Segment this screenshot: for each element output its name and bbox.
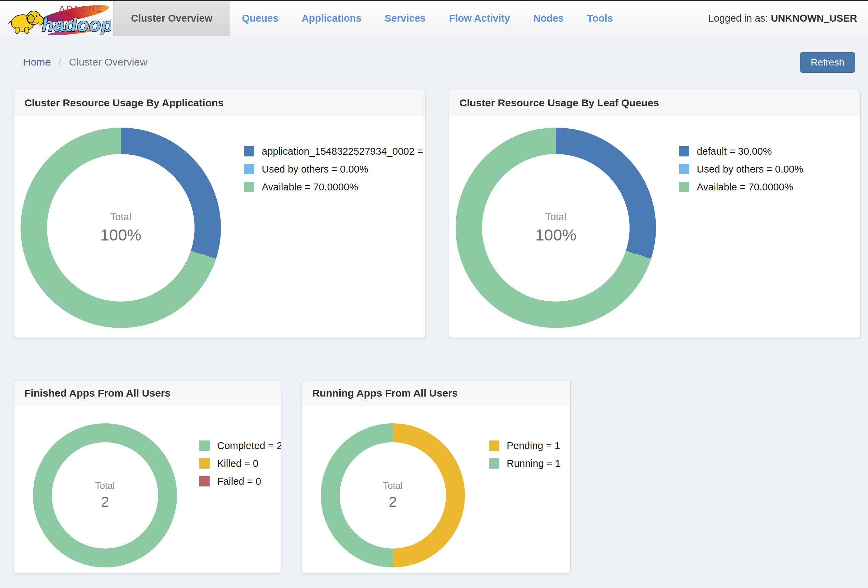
legend-item: Available = 70.0000% [244, 182, 425, 192]
legend-item: Running = 1 [489, 458, 561, 468]
legend-label: Used by others = 0.00% [262, 164, 368, 175]
donut-center-label: Total [95, 481, 115, 491]
panel-title: Cluster Resource Usage By Applications [24, 97, 224, 109]
legend-item: application_1548322527934_0002 = 30.00% [244, 146, 425, 157]
chart-legend: application_1548322527934_0002 = 30.00% … [244, 146, 425, 199]
panel-title: Cluster Resource Usage By Leaf Queues [459, 97, 659, 109]
login-prefix: Logged in as: [708, 13, 771, 24]
breadcrumb-row: Home / Cluster Overview Refresh [0, 52, 868, 74]
legend-item: Available = 70.0000% [679, 182, 803, 192]
hadoop-logo-image: APACHE hadoop [5, 2, 111, 35]
logo-hadoop-text: hadoop [42, 14, 111, 35]
legend-label: Available = 70.0000% [262, 182, 358, 193]
breadcrumb-home-link[interactable]: Home [23, 56, 51, 68]
donut-center: Total 2 [340, 442, 446, 548]
panel-header: Cluster Resource Usage By Applications [14, 90, 425, 116]
donut-center-label: Total [383, 481, 402, 491]
legend-item: Failed = 0 [199, 476, 280, 486]
panel-finished-apps: Finished Apps From All Users Total 2 Com… [14, 380, 281, 573]
legend-swatch [244, 164, 254, 174]
panel-body: Total 100% application_1548322527934_000… [14, 116, 425, 338]
chart-legend: default = 30.00% Used by others = 0.00% … [679, 146, 803, 199]
legend-label: Pending = 1 [507, 440, 560, 452]
hadoop-logo[interactable]: APACHE hadoop [0, 1, 113, 36]
legend-swatch [679, 164, 689, 174]
legend-swatch [244, 146, 254, 157]
breadcrumb-current: Cluster Overview [69, 56, 147, 68]
tab-services[interactable]: Services [373, 1, 437, 36]
legend-swatch [199, 476, 210, 486]
legend-item: Used by others = 0.00% [244, 164, 425, 174]
legend-label: application_1548322527934_0002 = 30.00% [262, 146, 425, 157]
tab-tools[interactable]: Tools [575, 1, 624, 36]
donut-center: Total 100% [482, 154, 630, 301]
tab-flow-activity[interactable]: Flow Activity [437, 1, 522, 36]
logged-in-as: Logged in as: UNKNOWN_USER [708, 1, 868, 36]
logo-apache-text: APACHE [59, 4, 103, 14]
legend-label: Available = 70.0000% [697, 182, 793, 193]
panel-header: Finished Apps From All Users [14, 380, 280, 406]
panel-body: Total 2 Completed = 2 Killed = 0 Failed … [14, 406, 280, 573]
donut-center-value: 2 [101, 493, 109, 510]
legend-swatch [244, 182, 254, 192]
legend-swatch [679, 182, 689, 192]
legend-item: Used by others = 0.00% [679, 164, 803, 174]
legend-item: Killed = 0 [199, 458, 280, 468]
legend-swatch [199, 440, 210, 451]
legend-item: Pending = 1 [489, 440, 561, 451]
legend-item: Completed = 2 [199, 440, 280, 451]
panel-cluster-usage-applications: Cluster Resource Usage By Applications T… [14, 90, 425, 338]
legend-label: Completed = 2 [217, 440, 280, 452]
panel-header: Running Apps From All Users [302, 380, 570, 406]
top-navbar: APACHE hadoop Cluster Overview Queues Ap… [0, 0, 868, 36]
panel-cluster-usage-leaf-queues: Cluster Resource Usage By Leaf Queues To… [449, 90, 861, 338]
donut-center-label: Total [110, 211, 131, 223]
panel-body: Total 100% default = 30.00% Used by othe… [449, 116, 860, 338]
donut-center: Total 2 [52, 442, 158, 548]
breadcrumb: Home / Cluster Overview [23, 56, 147, 68]
panel-title: Finished Apps From All Users [24, 387, 171, 399]
legend-swatch [199, 458, 210, 468]
legend-swatch [489, 458, 499, 468]
login-username: UNKNOWN_USER [771, 13, 857, 24]
donut-chart-running-apps: Total 2 [321, 423, 465, 567]
tab-cluster-overview[interactable]: Cluster Overview [113, 1, 230, 36]
donut-center-value: 100% [535, 225, 576, 244]
legend-swatch [679, 146, 689, 157]
legend-label: Used by others = 0.00% [697, 164, 803, 175]
elephant-icon [9, 11, 43, 33]
legend-label: Running = 1 [507, 458, 561, 469]
panel-title: Running Apps From All Users [312, 387, 458, 399]
tab-queues[interactable]: Queues [230, 1, 290, 36]
legend-item: default = 30.00% [679, 146, 803, 157]
donut-center-value: 100% [100, 225, 141, 244]
legend-label: Failed = 0 [217, 476, 261, 487]
donut-chart-leaf-queues: Total 100% [456, 128, 656, 328]
panel-header: Cluster Resource Usage By Leaf Queues [449, 90, 860, 116]
donut-center: Total 100% [47, 154, 195, 301]
main-nav: Cluster Overview Queues Applications Ser… [113, 1, 624, 36]
legend-label: Killed = 0 [217, 458, 258, 469]
donut-chart-finished-apps: Total 2 [33, 423, 177, 567]
tab-nodes[interactable]: Nodes [521, 1, 575, 36]
refresh-button[interactable]: Refresh [800, 52, 855, 73]
panel-body: Total 2 Pending = 1 Running = 1 [302, 406, 570, 573]
chart-legend: Completed = 2 Killed = 0 Failed = 0 [199, 440, 280, 494]
panel-running-apps: Running Apps From All Users Total 2 Pend… [301, 380, 571, 573]
donut-center-value: 2 [389, 493, 397, 510]
legend-label: default = 30.00% [697, 146, 772, 157]
donut-chart-applications: Total 100% [21, 128, 221, 328]
legend-swatch [489, 440, 499, 451]
breadcrumb-separator: / [53, 56, 66, 68]
tab-applications[interactable]: Applications [290, 1, 373, 36]
chart-legend: Pending = 1 Running = 1 [489, 440, 561, 476]
donut-center-label: Total [545, 211, 566, 223]
yarn-ui-page: APACHE hadoop Cluster Overview Queues Ap… [0, 0, 868, 588]
